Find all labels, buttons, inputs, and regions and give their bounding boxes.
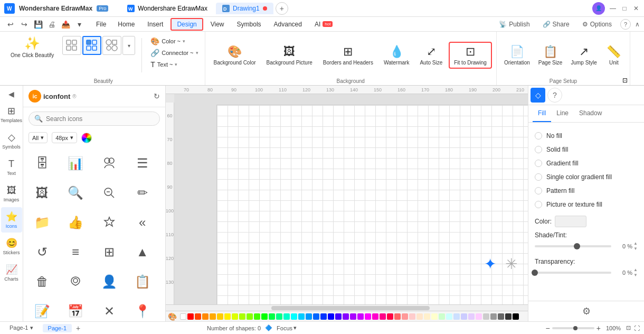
zoom-slider-thumb[interactable] xyxy=(573,326,577,330)
sidebar-item-icons[interactable]: ⭐ Icons xyxy=(1,207,22,233)
color-swatch[interactable] xyxy=(306,313,312,320)
icon-cell[interactable]: ≡ xyxy=(62,238,89,266)
transparency-decrement[interactable]: ▼ xyxy=(633,273,638,278)
transparency-increment[interactable]: ▲ xyxy=(633,267,638,273)
minimize-button[interactable]: — xyxy=(609,5,617,12)
icon-cell[interactable]: 📋 xyxy=(129,268,156,295)
shade-slider-track[interactable] xyxy=(535,245,611,247)
sidebar-item-images[interactable]: 🖼 Images xyxy=(1,181,22,206)
menu-home[interactable]: Home xyxy=(112,19,140,30)
color-swatch[interactable] xyxy=(439,313,445,320)
color-swatch[interactable] xyxy=(350,313,356,320)
maximize-button[interactable]: □ xyxy=(621,5,628,12)
canvas-wrapper[interactable]: ✳ ✦ xyxy=(174,94,528,304)
icon-cell[interactable]: 🖼 xyxy=(29,179,56,207)
unit-button[interactable]: 📏 Unit xyxy=(602,43,626,68)
color-swatch[interactable] xyxy=(505,313,512,320)
color-swatch[interactable] xyxy=(446,313,452,320)
color-row[interactable]: 🎨 Color ~ ▾ xyxy=(148,36,200,47)
icon-cell[interactable]: ✏ xyxy=(129,179,156,207)
shape-preset-3[interactable] xyxy=(102,36,121,55)
color-swatch[interactable] xyxy=(335,313,342,320)
color-swatch[interactable] xyxy=(476,313,482,320)
color-swatch[interactable] xyxy=(490,313,497,320)
radio-gradient-fill[interactable] xyxy=(535,160,542,167)
zoom-in-button[interactable]: + xyxy=(596,324,601,332)
options-button[interactable]: ⚙ Options xyxy=(578,20,616,29)
shape-preset-2[interactable] xyxy=(82,36,101,55)
fill-option-single-gradient[interactable]: Single color gradient fill xyxy=(535,170,638,184)
transparency-slider-track[interactable] xyxy=(535,272,611,274)
color-swatch-black[interactable] xyxy=(513,313,519,320)
sidebar-collapse-button[interactable]: ◀ xyxy=(3,88,20,100)
tab-shadow[interactable]: Shadow xyxy=(574,105,607,122)
page-tab-1[interactable]: Page-1 xyxy=(43,324,72,332)
icon-cell[interactable]: 📝 xyxy=(29,298,56,321)
orientation-button[interactable]: 📄 Orientation xyxy=(501,43,533,68)
radio-pattern-fill[interactable] xyxy=(535,187,542,194)
icon-cell[interactable]: 🔍 xyxy=(62,179,89,207)
color-swatch[interactable] xyxy=(261,313,268,320)
fill-option-gradient[interactable]: Gradient fill xyxy=(535,156,638,170)
shade-increment[interactable]: ▲ xyxy=(633,241,638,246)
color-swatch[interactable] xyxy=(328,313,334,320)
page-size-button[interactable]: 📋 Page Size xyxy=(535,43,566,68)
add-page-button[interactable]: + xyxy=(76,324,80,332)
focus-dropdown[interactable]: Focus ▾ xyxy=(277,324,297,331)
sidebar-item-templates[interactable]: ⊞ Templates xyxy=(1,101,22,127)
app-tab[interactable]: W Wondershare EdrawMax xyxy=(121,3,214,14)
radio-solid-fill[interactable] xyxy=(535,146,542,153)
ribbon-collapse-button[interactable]: ∧ xyxy=(635,21,640,28)
icon-cell[interactable]: ▲ xyxy=(129,238,156,266)
background-picture-button[interactable]: 🖼 Background Picture xyxy=(262,43,317,68)
menu-view[interactable]: View xyxy=(205,19,230,30)
borders-headers-button[interactable]: ⊞ Borders and Headers xyxy=(319,43,377,68)
color-swatch[interactable] xyxy=(239,313,245,320)
icon-cell[interactable]: ↺ xyxy=(29,238,56,266)
color-swatch[interactable] xyxy=(453,313,460,320)
color-swatch[interactable] xyxy=(320,313,327,320)
color-swatch[interactable] xyxy=(394,313,401,320)
jump-style-button[interactable]: ↗ Jump Style xyxy=(567,43,600,68)
fill-option-none[interactable]: No fill xyxy=(535,129,638,143)
close-button[interactable]: ✕ xyxy=(632,5,640,12)
shade-slider-thumb[interactable] xyxy=(574,243,580,249)
color-swatch[interactable] xyxy=(210,313,216,320)
icon-cell[interactable]: 📍 xyxy=(129,298,156,321)
shape-preset-1[interactable] xyxy=(62,36,81,55)
canvas-paper[interactable] xyxy=(216,105,528,304)
shade-decrement[interactable]: ▼ xyxy=(633,246,638,252)
menu-ai[interactable]: AI hot xyxy=(309,19,338,30)
icon-cell[interactable]: ⊞ xyxy=(96,238,123,266)
menu-advanced[interactable]: Advanced xyxy=(269,19,307,30)
redo-button[interactable]: ↪ xyxy=(18,18,31,31)
scroll-thumb-horizontal[interactable] xyxy=(271,306,430,310)
fill-option-picture[interactable]: Picture or texture fill xyxy=(535,198,638,211)
color-swatch[interactable] xyxy=(468,313,475,320)
page-dropdown[interactable]: Page-1 ▾ xyxy=(4,323,39,332)
color-swatch-white[interactable] xyxy=(180,313,186,320)
fit-width-button[interactable]: ⊡ xyxy=(626,324,631,331)
color-bar-icon[interactable]: 🎨 xyxy=(168,312,177,321)
tab-fill[interactable]: Fill xyxy=(533,105,551,122)
color-swatch[interactable] xyxy=(269,313,275,320)
color-swatch[interactable] xyxy=(372,313,378,320)
fullscreen-button[interactable]: ⛶ xyxy=(634,325,640,331)
icon-cell[interactable]: 🗄 xyxy=(29,150,56,177)
fill-option-pattern[interactable]: Pattern fill xyxy=(535,184,638,198)
color-swatch[interactable] xyxy=(254,313,260,320)
transparency-slider-thumb[interactable] xyxy=(532,270,538,276)
undo-button[interactable]: ↩ xyxy=(4,18,17,31)
fit-to-drawing-button[interactable]: ⊡ Fit to Drawing xyxy=(449,42,492,69)
color-swatch[interactable] xyxy=(276,313,282,320)
icon-cell[interactable]: 🗑 xyxy=(29,268,56,295)
save-button[interactable]: 💾 xyxy=(32,18,44,31)
radio-picture-fill[interactable] xyxy=(535,201,542,208)
icon-cell[interactable]: 📅 xyxy=(62,298,89,321)
text-row[interactable]: T Text ~ ▾ xyxy=(148,59,200,70)
icon-cell[interactable] xyxy=(96,209,123,236)
radio-no-fill[interactable] xyxy=(535,132,542,140)
print-button[interactable]: 🖨 xyxy=(45,18,58,31)
sparkle-ai-icon[interactable]: ✦ xyxy=(484,255,496,273)
color-swatch[interactable] xyxy=(380,313,386,320)
